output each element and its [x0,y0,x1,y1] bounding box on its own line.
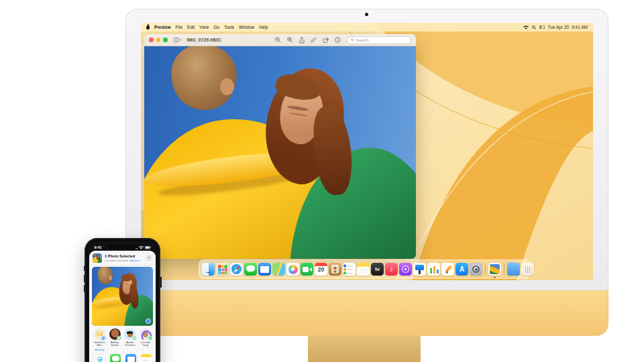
close-button[interactable] [149,38,154,42]
search-field[interactable]: Search [347,36,411,44]
menu-item-window[interactable]: Window [239,25,254,29]
search-icon[interactable] [532,25,536,29]
imac-stand [308,336,421,362]
photo-man-ear [220,78,233,95]
menu-item-edit[interactable]: Edit [187,25,195,29]
minimize-button[interactable] [156,38,161,42]
markup-pencil-icon[interactable] [311,37,317,43]
sidebar-icon [174,38,179,42]
imac-camera [365,13,368,16]
dock-icon-trash[interactable] [521,263,534,276]
battery-icon [145,246,151,249]
dock-icon-appstore[interactable] [455,263,468,276]
rotate-icon[interactable] [323,37,329,43]
dock-icon-podcasts[interactable] [399,263,412,276]
airdrop-contact-lucinda[interactable]: Lucinda Yang [138,328,153,351]
share-sheet: 1 Photo Selected Location Included Optio… [89,251,156,362]
menu-bar-status: Tue Apr 20 9:41 AM [523,25,588,29]
selected-check-badge: ✓ [146,318,152,324]
preview-window: IMG_0729.HEIC [144,34,416,259]
sidebar-toggle-button[interactable] [174,38,182,42]
dock-separator [504,263,504,276]
contact-name: Jennifer's iMac [92,341,107,347]
wifi-icon[interactable] [523,25,529,29]
dock-icon-music[interactable] [385,263,398,276]
menu-item-help[interactable]: Help [259,25,268,29]
menu-item-view[interactable]: View [199,25,209,29]
dock-icon-settings[interactable] [470,263,482,276]
dock-icon-finder[interactable] [202,263,215,276]
airdrop-badge [117,336,121,341]
photo-couple [93,253,102,263]
info-icon[interactable] [335,37,341,43]
iphone-screen: 9:41 [88,241,158,362]
dock-icon-pages[interactable] [441,263,454,276]
share-app-messages[interactable] [110,354,121,362]
avatar [109,328,121,340]
dock-icon-tv[interactable] [371,263,384,276]
dock-icon-mail[interactable] [258,263,271,276]
share-icon[interactable] [299,37,305,44]
share-sheet-title: 1 Photo Selected [105,254,141,258]
zoom-in-icon[interactable] [287,37,293,43]
dock-icon-maps[interactable] [272,263,285,276]
avatar [94,328,105,340]
dock-icon-safari[interactable] [230,263,243,276]
dock-icon-launchpad[interactable] [216,263,229,276]
dock-icon-messages[interactable] [244,263,257,276]
menu-item-preview[interactable]: Preview [154,25,171,29]
menu-bar: PreviewFileEditViewGoToolsWindowHelp Tue… [141,23,593,32]
imac-screen: PreviewFileEditViewGoToolsWindowHelp Tue… [141,23,593,280]
volume-up-button [84,275,85,282]
dock-separator [485,263,486,276]
airdrop-badge [148,336,152,341]
options-link[interactable]: Options › [129,259,141,262]
photo-couple [92,267,153,326]
contact-name: Austin Guzman [123,341,138,347]
menu-bar-date[interactable]: Tue Apr 20 [548,25,570,29]
dock-icon-contacts[interactable] [329,263,341,276]
dock-icon-facetime[interactable] [301,263,313,276]
status-time: 9:41 [95,245,102,249]
share-apps-row [89,351,156,362]
share-app-mail[interactable] [125,354,136,362]
volume-down-button [84,285,85,292]
side-button [160,277,162,288]
dock: 20 [199,259,530,279]
calendar-day: 20 [315,267,327,273]
dock-icon-preview[interactable] [488,263,501,276]
share-app-airdrop[interactable] [95,354,105,362]
photo-couple [144,46,416,259]
apple-menu-icon[interactable] [146,25,150,29]
preview-titlebar[interactable]: IMG_0729.HEIC [144,34,416,46]
search-icon [351,38,354,42]
photo-thumbnail [93,253,102,263]
preview-toolbar: Search [275,36,411,44]
dock-icon-downloads[interactable] [507,263,520,276]
preview-photo-canvas[interactable] [144,46,416,259]
dock-icon-keynote[interactable] [413,263,426,276]
dock-icon-reminders[interactable] [343,263,356,276]
airdrop-badge [132,336,137,341]
airdrop-contact-jennifers-imac[interactable]: Jennifer's iMacAirDrop [92,328,107,351]
dock-icon-photos[interactable] [286,263,299,276]
airdrop-contact-austin[interactable]: Austin Guzman [123,328,138,351]
menu-item-tools[interactable]: Tools [224,25,234,29]
airdrop-badge [101,336,106,341]
window-title: IMG_0729.HEIC [187,38,221,42]
control-center-icon[interactable] [539,25,545,29]
zoom-out-icon[interactable] [275,37,281,43]
airdrop-suggestions-row: Jennifer's iMacAirDropAshley KaminAustin… [89,328,156,351]
share-app-notes[interactable] [141,354,152,362]
menu-item-file[interactable]: File [176,25,182,29]
airdrop-contact-ashley[interactable]: Ashley Kamin [107,328,123,351]
zoom-button[interactable] [163,38,168,42]
menu-item-go[interactable]: Go [213,25,219,29]
dock-icon-calendar[interactable]: 20 [315,263,327,276]
dock-icon-notes[interactable] [357,263,370,276]
dock-icon-numbers[interactable] [427,263,440,276]
menu-items: PreviewFileEditViewGoToolsWindowHelp [154,25,273,29]
menu-bar-time[interactable]: 9:41 AM [572,25,588,29]
selected-photo[interactable]: ✓ [92,267,153,326]
close-icon[interactable]: ✕ [146,255,152,261]
